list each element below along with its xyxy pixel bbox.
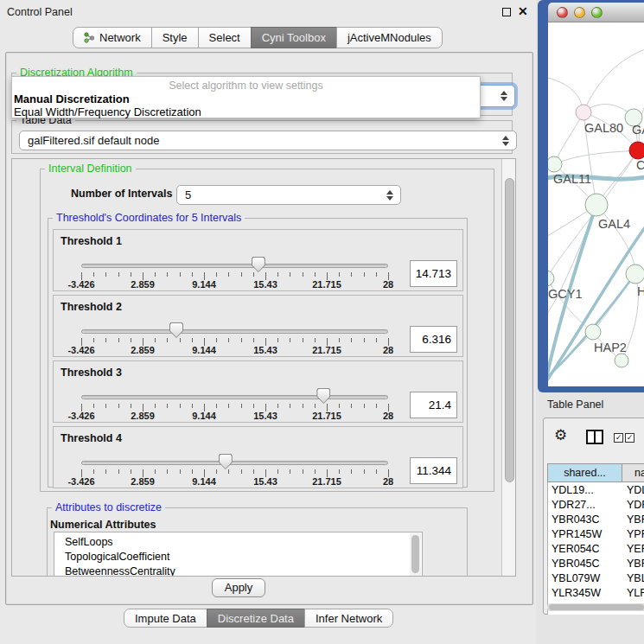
tab-discretize-data[interactable]: Discretize Data (207, 609, 305, 628)
table-row[interactable]: YBL079WYBL0 (548, 571, 644, 585)
minimize-traffic-light[interactable] (574, 7, 585, 18)
tick-mark (105, 469, 106, 474)
GAL4-node[interactable] (585, 194, 608, 216)
attribute-list-item[interactable]: SelfLoops (54, 535, 422, 550)
tab-jactivemnodules[interactable]: jActiveMNodules (336, 27, 443, 48)
tick-mark (290, 469, 290, 474)
float-window-icon[interactable] (502, 8, 511, 16)
zoom-traffic-light[interactable] (591, 7, 603, 18)
checkbox-icon[interactable]: ✓ (614, 433, 623, 443)
network-window: GAL80GACGAL11GAL4GCY1HHAP2 (538, 0, 644, 392)
network-edge[interactable] (596, 205, 635, 274)
number-of-intervals-combobox[interactable]: 5 (176, 185, 401, 205)
table-body: YDL19...YDL1YDR27...YDR2YBR043CYBR0YPR14… (547, 482, 644, 615)
gear-icon[interactable]: ⚙ (554, 426, 567, 443)
GAL11-node[interactable] (548, 156, 562, 172)
tab-network[interactable]: Network (73, 27, 152, 48)
tick-label: -3.426 (55, 476, 107, 487)
threshold-value-field[interactable]: 6.316 (410, 326, 457, 353)
table-row[interactable]: YDL19...YDL1 (548, 482, 644, 497)
close-icon[interactable]: ✕ (518, 4, 528, 18)
tick-mark (131, 272, 131, 277)
tick-mark (253, 338, 254, 342)
tick-mark (315, 469, 316, 474)
tick-mark (364, 404, 365, 408)
tick-mark (105, 404, 106, 408)
tick-mark (277, 404, 278, 408)
red-node[interactable] (629, 142, 644, 159)
tick-label: 2.859 (117, 279, 169, 290)
bottom-node[interactable] (615, 354, 628, 367)
tick-label: 15.43 (239, 476, 291, 487)
column-header-name[interactable]: name (622, 463, 644, 482)
panel-title: Control Panel (7, 6, 73, 18)
network-edge[interactable] (583, 48, 644, 112)
right-node[interactable] (626, 265, 644, 284)
scrollbar-thumb[interactable] (549, 604, 644, 610)
table-data-combobox[interactable]: galFiltered.sif default node (19, 131, 517, 150)
slider-thumb[interactable] (219, 454, 233, 469)
tick-mark (339, 338, 340, 342)
table-row[interactable]: YBR043CYBR0 (548, 512, 644, 526)
table-row[interactable]: YBR045CYBR0 (548, 556, 644, 571)
table-row[interactable]: YER054CYER0 (548, 541, 644, 556)
column-header-shared[interactable]: shared... (547, 463, 622, 482)
table-row[interactable]: YPR145WYPR1 (548, 526, 644, 541)
threshold-value-field[interactable]: 11.344 (410, 457, 457, 484)
tick-label: -3.426 (55, 279, 107, 290)
network-window-titlebar[interactable] (548, 3, 644, 22)
apply-button[interactable]: Apply (212, 578, 265, 597)
slider-track[interactable] (81, 329, 388, 334)
cell-name: YDR2 (623, 499, 644, 511)
threshold-panel-1: Threshold 1-3.4262.8599.14415.4321.71528… (53, 229, 463, 291)
attributes-group-title: Attributes to discretize (52, 501, 165, 513)
table-row[interactable]: YDR27...YDR2 (548, 497, 644, 512)
tick-label: 21.715 (301, 411, 353, 421)
GAL80-node[interactable] (576, 105, 591, 120)
interval-definition-group: Interval Definition Number of Intervals … (40, 169, 494, 492)
tick-mark (364, 469, 365, 474)
menu-item-manual-discretization[interactable]: Manual Discretization (14, 92, 130, 105)
split-columns-icon[interactable] (586, 430, 603, 444)
screen: Control Panel ✕ Network Style Select Cyn… (0, 0, 644, 644)
tick-mark (167, 469, 168, 474)
slider-thumb[interactable] (252, 257, 265, 272)
slider-track[interactable] (81, 264, 388, 268)
attribute-list-item[interactable]: BetweennessCentrality (54, 564, 422, 577)
numerical-attributes-label: Numerical Attributes (50, 519, 156, 531)
tab-impute-data[interactable]: Impute Data (124, 609, 207, 628)
scrollbar-thumb[interactable] (505, 178, 514, 482)
slider-thumb[interactable] (316, 388, 330, 404)
HAP2-node[interactable] (585, 324, 601, 340)
menu-item-equal-width-frequency[interactable]: Equal Width/Frequency Discretization (14, 105, 201, 118)
table-horizontal-scrollbar[interactable] (547, 603, 644, 611)
number-of-intervals-label: Number of Intervals (71, 188, 172, 200)
network-edge-thick[interactable] (548, 223, 644, 384)
tick-mark (155, 338, 156, 342)
tick-mark (241, 338, 242, 342)
tick-mark (228, 272, 229, 277)
attributes-scrollbar[interactable] (410, 533, 421, 577)
checkbox-icon[interactable]: ✓ (625, 433, 634, 443)
threshold-value-field[interactable]: 21.4 (410, 392, 457, 418)
GCY1-node[interactable] (548, 271, 554, 286)
cell-name: YBR0 (623, 513, 644, 526)
tab-infer-network[interactable]: Infer Network (304, 609, 393, 628)
table-row[interactable]: YLR345WYLR3 (548, 585, 644, 600)
slider-track[interactable] (81, 395, 388, 399)
tick-mark (228, 404, 229, 408)
close-traffic-light[interactable] (557, 7, 568, 18)
cell-name: YER0 (623, 543, 644, 555)
tab-select[interactable]: Select (198, 27, 252, 48)
slider-track[interactable] (81, 461, 388, 465)
attribute-list-item[interactable]: TopologicalCoefficient (54, 550, 422, 564)
settings-vertical-scrollbar[interactable] (501, 159, 516, 577)
network-canvas[interactable]: GAL80GACGAL11GAL4GCY1HHAP2 (548, 22, 644, 386)
tick-mark (364, 272, 365, 277)
tab-style[interactable]: Style (151, 27, 199, 48)
network-edge[interactable] (554, 150, 638, 164)
tab-cyni-toolbox[interactable]: Cyni Toolbox (251, 27, 337, 48)
threshold-value-field[interactable]: 14.713 (410, 260, 457, 287)
tick-mark (131, 404, 131, 408)
slider-thumb[interactable] (169, 322, 183, 338)
